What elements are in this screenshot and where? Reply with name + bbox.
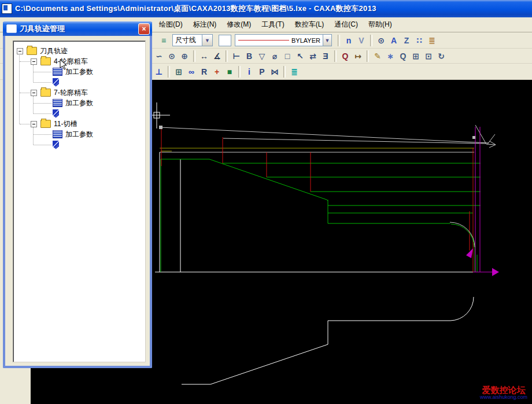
pick-settings-icon[interactable]: ⊙ [375,34,387,47]
tree-item-tool[interactable] [53,139,59,150]
angle-dim-icon[interactable]: ∡ [210,50,223,63]
zoom-dynamic-icon[interactable]: Q [397,50,409,63]
ortho-icon[interactable]: ⊥ [153,65,165,78]
menu-modify[interactable]: 修改(M) [221,18,256,31]
tree-item-加工参数[interactable]: 加工参数 [53,98,93,108]
drawing-entity [451,224,474,247]
expand-minus-box[interactable] [31,121,37,127]
toolbar-separator [338,35,340,46]
snap-n-icon[interactable]: n [342,34,355,47]
tree-connector [34,82,51,83]
menu-cnc-lathe[interactable]: 数控车(L) [290,18,330,31]
expand-minus-box[interactable] [31,90,37,96]
tree-item-tool[interactable] [53,108,59,119]
menu-help[interactable]: 帮助(H) [363,18,397,31]
drawing-entity [492,268,499,276]
expand-minus-box[interactable] [17,48,23,54]
tree-item-label: 加工参数 [65,130,93,139]
drawing-entity [450,297,474,321]
menu-draw[interactable]: 绘图(D) [154,18,188,31]
expand-minus-box[interactable] [31,58,37,65]
tree-item-tool[interactable] [53,77,59,87]
style-magnifier-icon[interactable]: Q [339,50,352,63]
watermark-text: 爱数控论坛 [480,385,527,395]
point-style-icon[interactable]: ∷ [413,34,426,47]
toolbar-separator [367,50,369,62]
bitmap-icon[interactable]: ⊞ [172,65,185,78]
close-icon[interactable]: × [138,23,150,35]
toolbar-separator [370,35,372,46]
color-swatch[interactable] [219,35,231,46]
chevron-down-icon[interactable]: ▼ [323,35,331,46]
swap-dim-icon[interactable]: ⇄ [306,50,319,63]
menu-dimension[interactable]: 标注(N) [188,18,222,31]
toolbar-separator [283,66,286,78]
toolpath-tree[interactable]: 刀具轨迹4-轮廓粗车加工参数7-轮廓精车加工参数11-切槽加工参数 [13,41,146,362]
drawing-entity [486,144,496,145]
folder-icon [40,89,51,97]
doc-settings-icon[interactable]: ≣ [426,34,438,47]
tree-item-刀具轨迹[interactable]: 刀具轨迹 [17,46,68,56]
text-style-icon[interactable]: Z [400,34,413,47]
ruler-icon[interactable]: ↦ [352,50,364,63]
tool-blade-icon [53,109,59,118]
zoom-window-icon[interactable]: ⊞ [409,50,422,63]
params-doc-icon [53,99,62,107]
eraser-green-icon[interactable]: ■ [223,65,236,78]
tree-item-加工参数[interactable]: 加工参数 [53,67,93,77]
folder-icon [27,47,37,55]
drawing-entity [475,125,486,144]
drawing-entity [489,145,496,148]
glasses-icon[interactable]: ∞ [185,65,198,78]
zoom-page-icon[interactable]: ⊡ [422,50,435,63]
leader-dim-icon[interactable]: ↖ [294,50,306,63]
watermark: 爱数控论坛 www.aishukong.com [480,385,527,401]
edit-dim-icon[interactable]: Ǝ [319,50,332,63]
circle-pick-icon[interactable]: ⊙ [165,50,178,63]
r-doc-icon[interactable]: R [198,65,210,78]
toolbox-icon[interactable]: + [210,65,223,78]
center-mark-icon[interactable]: ⊕ [178,50,191,63]
layers-icon[interactable]: ≡ [157,34,170,47]
pencil-icon[interactable]: ✎ [371,50,384,63]
tree-connector [34,103,51,104]
drawing-entity [472,136,475,139]
tree-item-11-切槽[interactable]: 11-切槽 [31,119,77,129]
dialog-titlebar[interactable]: 刀具轨迹管理 × [3,21,152,36]
toolpath-manager-dialog: 刀具轨迹管理 × 刀具轨迹4-轮廓粗车加工参数7-轮廓精车加工参数11-切槽加工… [3,22,152,368]
window-titlebar[interactable]: C:\Documents and Settings\Administrator\… [0,0,532,17]
tree-connector [34,113,51,114]
baseline-dim-icon[interactable]: ⊢ [230,50,243,63]
tree-item-7-轮廓精车[interactable]: 7-轮廓精车 [31,87,88,98]
menu-comm[interactable]: 通信(C) [329,18,363,31]
menu-tools[interactable]: 工具(T) [256,18,289,31]
frame-dim-icon[interactable]: □ [281,50,294,63]
snap-v-icon[interactable]: V [355,34,368,47]
watermark-url: www.aishukong.com [480,395,527,401]
tree-item-加工参数[interactable]: 加工参数 [53,129,93,139]
toolbar-separator [334,50,337,62]
chevron-down-icon[interactable]: ▼ [202,35,212,46]
tree-item-label: 加工参数 [65,98,93,108]
dim-style-combo-value: 尺寸线 [173,35,202,45]
tolerance-dim-icon[interactable]: ▽ [256,50,268,63]
font-settings-icon[interactable]: A [387,34,400,47]
toolbar-separator [238,66,241,78]
drawing-entity [159,126,162,129]
machine-bed-icon[interactable]: ⋈ [268,65,281,78]
toolbar-separator [168,66,170,78]
lib-icon[interactable]: i [243,65,256,78]
pan-icon[interactable]: ∗ [384,50,397,63]
linetype-combo[interactable]: BYLAYER ▼ [235,34,332,46]
linetype-combo-value: BYLAYER [289,37,323,44]
line-sample [238,40,289,41]
datum-b-icon[interactable]: B [243,50,256,63]
trajectory-list-icon[interactable]: ≣ [288,65,301,78]
dim-style-combo[interactable]: 尺寸线 ▼ [172,34,213,46]
window-title: C:\Documents and Settings\Administrator\… [15,3,376,14]
p-doc-icon[interactable]: P [256,65,268,78]
diameter-dim-icon[interactable]: ⌀ [268,50,281,63]
zoom-refresh-icon[interactable]: ↻ [435,50,448,63]
sketch-pick-icon[interactable]: ∽ [153,50,165,63]
linear-dim-icon[interactable]: ↔ [198,50,210,63]
